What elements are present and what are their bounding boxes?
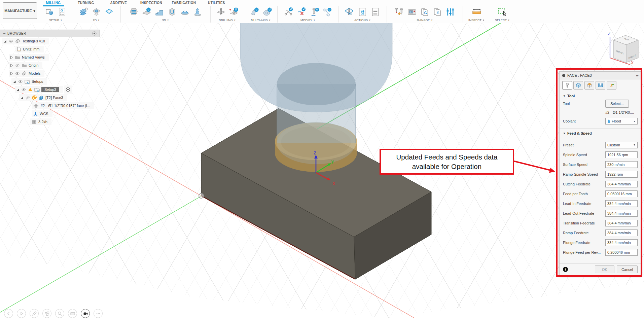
- group-label-multiaxis[interactable]: MULTI-AXIS▼: [251, 18, 271, 22]
- tree-item[interactable]: Models: [9, 70, 44, 77]
- viewcube[interactable]: TOP FRONT RIGHT Z X: [602, 29, 644, 66]
- spindle-speed-input[interactable]: 1921.56 rpm: [605, 151, 638, 158]
- tree-item[interactable]: WCS: [32, 110, 52, 117]
- lead-in-feedrate-input[interactable]: 384.4 mm/min: [605, 200, 638, 207]
- parameters-icon[interactable]: [444, 6, 457, 18]
- activate-setup-radio[interactable]: [64, 85, 72, 94]
- tree-item-selected[interactable]: Setup3: [15, 86, 63, 93]
- delete-passes-icon[interactable]: [295, 6, 308, 18]
- group-label-inspect[interactable]: INSPECT▼: [468, 18, 485, 22]
- tab-linking[interactable]: [607, 81, 616, 90]
- tree-item[interactable]: TestingFs v10: [2, 38, 49, 44]
- templates-icon[interactable]: S: [432, 6, 444, 18]
- workspace-switcher[interactable]: MANUFACTURE ▾: [3, 2, 37, 19]
- preset-select[interactable]: Custom ▼: [605, 142, 638, 148]
- nav-back-icon[interactable]: [4, 309, 13, 318]
- setup-sheet-icon[interactable]: [369, 6, 382, 18]
- face-2d-icon[interactable]: [77, 6, 90, 18]
- coolant-select[interactable]: Flood ▼: [605, 118, 638, 125]
- tree-item[interactable]: Units: mm: [15, 46, 44, 52]
- tree-item[interactable]: Setups: [11, 78, 47, 85]
- ramp-feedrate-input[interactable]: 384.4 mm/min: [605, 229, 638, 236]
- cutting-feedrate-input[interactable]: 384.4 mm/min: [605, 181, 638, 187]
- collapse-panel-icon[interactable]: ◂◂: [3, 32, 5, 35]
- flat-steps-icon[interactable]: [153, 6, 165, 18]
- nav-camera-icon[interactable]: [81, 309, 90, 318]
- nav-more-icon[interactable]: [94, 309, 103, 318]
- group-label-actions[interactable]: ACTIONS▼: [354, 18, 371, 22]
- adaptive-clearing-icon[interactable]: [128, 6, 140, 18]
- lead-out-feedrate-input[interactable]: 384.4 mm/min: [605, 210, 638, 217]
- visibility-off-icon[interactable]: [15, 64, 20, 67]
- tree-item[interactable]: 3.2kb: [30, 118, 51, 125]
- visibility-eye-icon[interactable]: [21, 88, 26, 92]
- rotary-icon[interactable]: [261, 6, 273, 18]
- info-icon[interactable]: i: [563, 267, 568, 272]
- feed-per-tooth-input[interactable]: 0.0500116 mm: [605, 190, 638, 197]
- visibility-eye-icon[interactable]: [18, 80, 23, 83]
- pocket-clearing-icon[interactable]: [140, 6, 152, 18]
- drill-icon[interactable]: [215, 6, 227, 18]
- nav-zoom-icon[interactable]: [55, 309, 64, 318]
- transition-feedrate-input[interactable]: 384.4 mm/min: [605, 220, 638, 226]
- browser-options-icon[interactable]: [92, 31, 97, 36]
- chamfer-2d-icon[interactable]: [103, 6, 115, 18]
- swarf-icon[interactable]: [248, 6, 260, 18]
- pocket-2d-icon[interactable]: [90, 6, 102, 18]
- nav-forward-icon[interactable]: [17, 309, 26, 318]
- trim-toolpath-icon[interactable]: [283, 6, 295, 18]
- tool-select-button[interactable]: Select...: [605, 100, 629, 108]
- nav-pan-icon[interactable]: [68, 309, 77, 318]
- group-label-2d[interactable]: 2D▼: [93, 18, 100, 22]
- tab-passes[interactable]: [596, 81, 605, 90]
- tab-turning[interactable]: TURNING: [70, 0, 102, 6]
- browser-header[interactable]: ◂◂ BROWSER: [0, 30, 100, 37]
- tab-milling[interactable]: MILLING: [37, 0, 70, 6]
- cancel-button[interactable]: Cancel: [617, 266, 638, 273]
- group-label-manage[interactable]: MANAGE▼: [417, 18, 433, 22]
- nav-orbit-icon[interactable]: [42, 309, 51, 318]
- tree-item[interactable]: Named Views: [9, 54, 49, 61]
- tab-additive[interactable]: ADDITIVE: [102, 0, 135, 6]
- tab-inspection[interactable]: INSPECTION: [135, 0, 168, 6]
- contour-3d-icon[interactable]: [166, 6, 178, 18]
- visibility-eye-icon[interactable]: [15, 72, 20, 75]
- pin-right-icon[interactable]: ▸▸: [636, 74, 638, 77]
- tree-item[interactable]: [T2] Face3: [19, 94, 67, 101]
- nc-programs-icon[interactable]: G: [419, 6, 431, 18]
- tree-item[interactable]: #2 - Ø1 1/2"R0.0157" face (l...: [32, 102, 94, 109]
- tab-heights[interactable]: [584, 81, 594, 90]
- tree-item[interactable]: Origin: [9, 62, 42, 69]
- tab-tool[interactable]: [562, 81, 572, 90]
- tab-geometry[interactable]: [573, 81, 583, 90]
- nav-markup-icon[interactable]: [30, 309, 39, 318]
- surface-speed-input[interactable]: 230 m/min: [605, 161, 638, 168]
- group-label-3d[interactable]: 3D▼: [162, 18, 169, 22]
- plunge-feedrate-input[interactable]: 384.4 mm/min: [605, 239, 638, 246]
- morphed-spiral-icon[interactable]: [179, 6, 191, 18]
- group-label-modify[interactable]: MODIFY▼: [300, 18, 315, 22]
- select-icon[interactable]: [496, 6, 508, 18]
- optimize-point-icon[interactable]: [321, 6, 333, 18]
- tool-library-icon[interactable]: [393, 6, 405, 18]
- group-label-setup[interactable]: SETUP▼: [49, 18, 62, 22]
- ok-button[interactable]: OK: [595, 266, 614, 273]
- ncprogram-icon[interactable]: G: [56, 6, 68, 18]
- visibility-eye-icon[interactable]: [8, 39, 13, 43]
- post-process-icon[interactable]: G1 G2: [357, 6, 369, 18]
- tab-fabrication[interactable]: FABRICATION: [168, 0, 200, 6]
- machine-library-icon[interactable]: [406, 6, 418, 18]
- section-tool[interactable]: ▼ Tool: [560, 91, 641, 99]
- visibility-off-icon[interactable]: [25, 96, 30, 100]
- measure-icon[interactable]: [470, 6, 482, 18]
- plunge-feed-per-rev-input[interactable]: 0.200046 mm: [605, 249, 638, 256]
- drill-pattern-icon[interactable]: [228, 6, 240, 18]
- section-feed-speed[interactable]: ▼ Feed & Speed: [560, 129, 641, 136]
- ramp-spindle-speed-input[interactable]: 1922 rpm: [605, 171, 638, 178]
- group-label-select[interactable]: SELECT▼: [495, 18, 510, 22]
- ramp-icon[interactable]: [191, 6, 204, 18]
- group-label-drilling[interactable]: DRILLING▼: [219, 18, 236, 22]
- new-setup-icon[interactable]: [43, 6, 56, 18]
- tab-utilities[interactable]: UTILITIES: [200, 0, 233, 6]
- dialog-header[interactable]: FACE : FACE3 ▸▸: [560, 72, 641, 79]
